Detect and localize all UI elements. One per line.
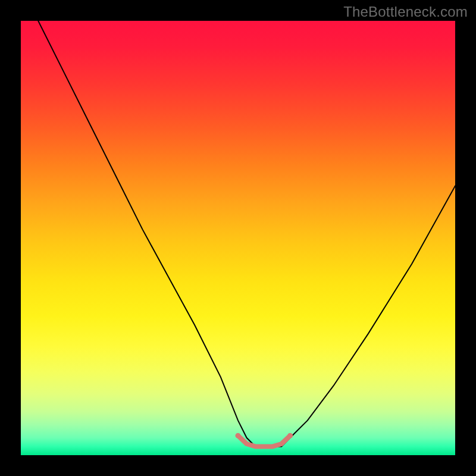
chart-container: TheBottleneck.com <box>0 0 476 476</box>
plot-area <box>21 21 455 455</box>
watermark-text: TheBottleneck.com <box>343 4 468 20</box>
optimal-zone-endpoint <box>287 433 293 439</box>
bottleneck-curve <box>38 21 455 446</box>
optimal-zone-dots <box>236 433 293 439</box>
optimal-zone-endpoint <box>236 433 241 439</box>
chart-overlay <box>21 21 455 455</box>
